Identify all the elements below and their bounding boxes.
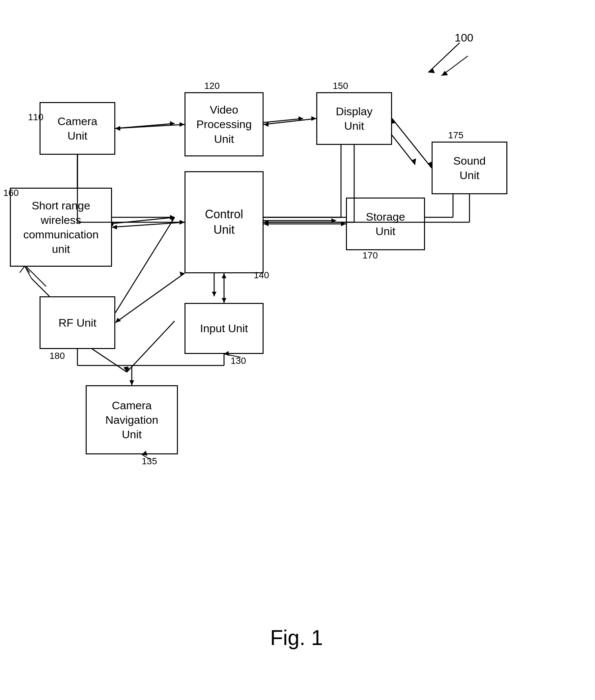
video-processing-unit-label: Video Processing Unit	[196, 102, 252, 146]
display-unit-block: Display Unit	[316, 92, 392, 145]
svg-line-28	[115, 217, 175, 313]
control-unit-block: Control Unit	[185, 171, 263, 273]
svg-marker-31	[212, 292, 217, 296]
sound-unit-block: Sound Unit	[432, 142, 507, 194]
rf-unit-ref: 180	[50, 351, 65, 361]
video-processing-unit-ref: 120	[204, 81, 220, 91]
svg-marker-4	[115, 126, 120, 131]
svg-line-33	[127, 321, 175, 372]
short-range-wireless-block: Short range wireless communication unit	[10, 188, 112, 267]
rf-unit-label: RF Unit	[58, 315, 96, 330]
storage-unit-block: Storage Unit	[346, 197, 425, 250]
camera-unit-block: Camera Unit	[39, 102, 115, 155]
storage-unit-ref: 170	[362, 250, 378, 261]
short-range-wireless-label: Short range wireless communication unit	[23, 198, 99, 256]
svg-marker-22	[332, 218, 336, 223]
input-unit-block: Input Unit	[185, 303, 263, 354]
control-unit-ref: 140	[254, 270, 269, 280]
svg-marker-3	[170, 121, 175, 126]
sound-unit-ref: 175	[448, 130, 463, 141]
svg-line-2	[115, 123, 175, 128]
storage-unit-label: Storage Unit	[366, 209, 405, 238]
svg-marker-6	[299, 116, 303, 121]
diagram-ref: 100	[455, 31, 474, 44]
figure-label: Fig. 1	[198, 626, 395, 650]
control-unit-label: Control Unit	[205, 207, 243, 238]
rf-unit-block: RF Unit	[39, 296, 115, 349]
display-unit-ref: 150	[333, 81, 348, 91]
camera-unit-ref: 110	[28, 112, 44, 122]
sound-unit-label: Sound Unit	[453, 153, 486, 182]
camera-navigation-unit-block: Camera Navigation Unit	[86, 385, 178, 454]
input-unit-ref: 130	[231, 356, 246, 366]
camera-navigation-unit-label: Camera Navigation Unit	[106, 398, 159, 442]
input-unit-label: Input Unit	[200, 321, 248, 336]
diagram-container: Camera Unit 110 Video Processing Unit 12…	[0, 0, 595, 700]
camera-navigation-unit-ref: 135	[142, 456, 157, 466]
camera-unit-label: Camera Unit	[58, 114, 97, 143]
svg-line-18	[109, 217, 175, 224]
display-unit-label: Display Unit	[336, 104, 372, 133]
short-range-wireless-ref: 160	[3, 188, 19, 198]
video-processing-unit-block: Video Processing Unit	[185, 92, 263, 156]
svg-line-24	[26, 267, 46, 286]
